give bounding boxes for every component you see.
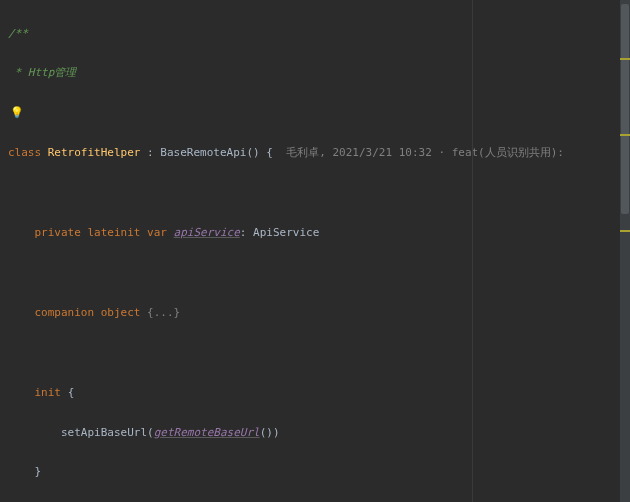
kdoc-line: * Http管理 (8, 66, 76, 79)
scrollbar-thumb[interactable] (621, 4, 629, 214)
fold-marker[interactable]: {...} (147, 306, 180, 319)
git-annotation: 毛利卓, 2021/3/21 10:32 · feat(人员识别共用): (273, 146, 564, 159)
intention-bulb-icon[interactable]: 💡 (8, 106, 24, 119)
vertical-scrollbar[interactable] (620, 0, 630, 502)
code-editor[interactable]: /** * Http管理 💡 class RetrofitHelper : Ba… (0, 0, 630, 502)
code-area[interactable]: /** * Http管理 💡 class RetrofitHelper : Ba… (6, 0, 630, 502)
warning-marker[interactable] (620, 58, 630, 60)
kdoc-start: /** (8, 27, 28, 40)
right-margin-guide (472, 0, 473, 502)
init-block: init { (8, 386, 630, 399)
field-decl: private lateinit var apiService: ApiServ… (8, 226, 630, 239)
class-decl: class RetrofitHelper : BaseRemoteApi() {… (8, 146, 630, 159)
warning-marker[interactable] (620, 230, 630, 232)
warning-marker[interactable] (620, 134, 630, 136)
companion-decl: companion object {...} (8, 306, 630, 319)
